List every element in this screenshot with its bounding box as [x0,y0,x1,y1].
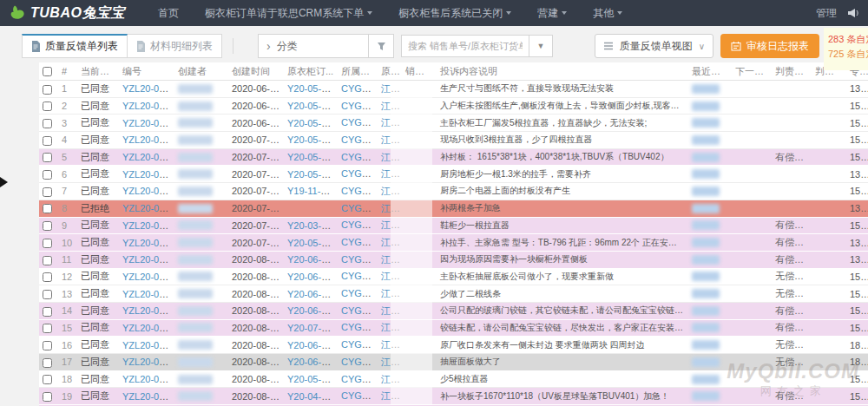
table-row[interactable]: 8已拒绝YZL20-07-...2020-07-1...CYG(江苏...江苏补… [39,200,868,217]
nav-item-1[interactable]: 橱衣柜订单请于联思CRM系统下单 [205,6,372,21]
nav-item-4[interactable]: 其他 [593,6,622,21]
region-link[interactable]: 江苏 [381,134,400,145]
orig-order-link[interactable]: Y20-05-1218 [287,118,338,128]
order-code-link[interactable]: YZL20-08-... [122,340,174,350]
orig-order-link[interactable]: Y20-06-1622 [287,357,338,367]
row-checkbox[interactable] [43,256,52,265]
dept-link[interactable]: CYG(江苏... [341,237,378,247]
region-link[interactable]: 江苏 [381,237,400,247]
order-code-link[interactable]: YZL20-07-... [122,134,174,145]
orig-order-link[interactable]: Y20-05-940 [287,169,338,180]
order-code-link[interactable]: YZL20-07-... [122,152,174,162]
order-code-link[interactable]: YZL20-08-... [122,254,174,265]
row-checkbox[interactable] [43,170,52,180]
order-code-link[interactable]: YZL20-06-... [122,118,174,128]
region-link[interactable]: 江苏 [381,390,400,401]
order-code-link[interactable]: YZL20-08-... [122,357,174,367]
order-code-link[interactable]: YZL20-08-... [122,323,174,333]
order-code-link[interactable]: YZL20-07-... [122,169,174,180]
dept-link[interactable]: CYG(江苏... [341,390,378,401]
table-row[interactable]: 18已同意YZL20-08-...2020-08-2...Y20-05-1084… [39,370,868,388]
orig-order-link[interactable]: Y19-11-1690 [287,186,338,196]
table-row[interactable]: 2已同意YZL20-06-...2020-06-2...Y20-05-1075C… [39,97,868,115]
row-checkbox[interactable] [43,375,52,384]
table-row[interactable]: 3已同意YZL20-06-...2020-06-2...Y20-05-1218C… [39,115,868,132]
row-checkbox[interactable] [43,187,52,197]
order-code-link[interactable]: YZL20-07-... [122,238,174,248]
audit-log-report-button[interactable]: 审核日志报表 [720,34,819,58]
region-link[interactable]: 江苏 [381,374,400,384]
region-link[interactable]: 江苏 [381,254,400,265]
dept-link[interactable]: CYG(江苏... [341,219,378,230]
region-link[interactable]: 江苏 [381,322,400,332]
brand-logo[interactable]: TUBAO兔宝宝 [9,4,125,23]
category-dropdown[interactable]: › 分类 [259,39,368,54]
nav-item-3[interactable]: 营建 [537,6,567,21]
view-select[interactable]: 质量反馈单视图 ∨ [595,34,713,58]
dept-link[interactable]: CYG(江苏... [341,168,378,179]
row-checkbox[interactable] [43,341,52,350]
dept-link[interactable]: CYG(江苏... [341,271,378,281]
orig-order-link[interactable]: Y20-06-990 [287,272,338,282]
row-checkbox[interactable] [43,358,52,368]
orig-order-link[interactable]: Y20-06-2222 [287,254,338,265]
order-code-link[interactable]: YZL20-08-... [122,391,174,402]
order-code-link[interactable]: YZL20-06-... [122,101,174,111]
orig-order-link[interactable]: Y20-05-1084 [287,374,338,384]
orig-order-link[interactable]: Y20-05-1037 [287,83,338,94]
row-checkbox[interactable] [43,239,52,248]
row-checkbox[interactable] [43,85,52,95]
orig-order-link[interactable]: Y20-06-990 [287,289,338,299]
filter-button[interactable] [368,35,393,57]
table-row[interactable]: 9已同意YZL20-07-...2020-07-2...Y20-03-838CY… [39,217,868,234]
orig-order-link[interactable]: Y20-05-1075 [287,101,338,111]
region-link[interactable]: 江苏 [381,357,400,367]
dept-link[interactable]: CYG(江苏... [341,339,378,350]
dept-link[interactable]: CYG(江苏... [341,117,378,128]
region-link[interactable]: 江苏 [381,339,400,350]
region-link[interactable]: 江苏 [381,83,400,94]
row-checkbox[interactable] [43,324,52,333]
search-input[interactable] [401,35,529,57]
table-row[interactable]: 4已同意YZL20-07-...2020-07-0...Y20-05-1021C… [39,132,868,149]
orig-order-link[interactable]: Y20-07-132 [287,323,338,333]
row-checkbox[interactable] [43,204,52,213]
row-checkbox[interactable] [43,392,52,402]
row-checkbox[interactable] [43,290,52,299]
table-row[interactable]: 11已同意YZL20-08-...2020-08-0...Y20-06-2222… [39,251,868,268]
row-checkbox[interactable] [43,272,52,282]
dept-link[interactable]: CYG(江苏... [341,357,378,367]
nav-item-0[interactable]: 首页 [158,6,179,21]
dept-link[interactable]: CYG(江苏... [341,186,378,196]
region-link[interactable]: 江苏 [381,186,400,196]
table-row[interactable]: 14已同意YZL20-08-...2020-08-1...Y20-06-1622… [39,302,868,319]
order-code-link[interactable]: YZL20-07-... [122,186,174,196]
table-row[interactable]: 1已同意YZL20-06-...2020-06-2...Y20-05-1037C… [39,81,868,98]
dept-link[interactable]: CYG(江苏... [341,305,378,316]
tab-feedback-list[interactable]: 质量反馈单列表 [22,34,128,58]
order-code-link[interactable]: YZL20-08-... [122,289,174,299]
orig-order-link[interactable]: Y20-06-1622 [287,305,338,316]
dept-link[interactable]: CYG(江苏... [341,101,378,111]
order-code-link[interactable]: YZL20-07-... [122,220,174,231]
region-link[interactable]: 江苏 [381,101,400,111]
dept-link[interactable]: CYG(江苏... [341,152,378,162]
table-row[interactable]: 5已同意YZL20-07-...2020-07-0...Y20-05-1873C… [39,148,868,166]
region-link[interactable]: 江苏 [381,305,400,316]
order-code-link[interactable]: YZL20-07-... [122,203,174,213]
dept-link[interactable]: CYG(江苏... [341,134,378,145]
order-code-link[interactable]: YZL20-08-... [122,305,174,316]
tab-material-list[interactable]: 材料明细列表 [128,34,222,58]
orig-order-link[interactable]: Y20-06-1967 [287,340,338,350]
table-row[interactable]: 6已同意YZL20-07-...2020-07-0...Y20-05-940CY… [39,166,868,183]
row-checkbox[interactable] [43,136,52,146]
table-row[interactable]: 16已同意YZL20-08-...2020-08-2...Y20-06-1967… [39,337,868,354]
table-row[interactable]: 17已同意YZL20-08-...2020-08-2...Y20-06-1622… [39,354,868,371]
dept-link[interactable]: CYG(江苏... [341,203,378,213]
select-all-checkbox[interactable] [43,67,52,76]
orig-order-link[interactable]: Y20-05-1806 [287,238,338,248]
orig-order-link[interactable]: Y20-05-1021 [287,134,338,145]
region-link[interactable]: 江苏 [381,219,400,230]
dept-link[interactable]: CYG(江苏... [341,322,378,332]
region-link[interactable]: 江苏 [381,152,400,162]
